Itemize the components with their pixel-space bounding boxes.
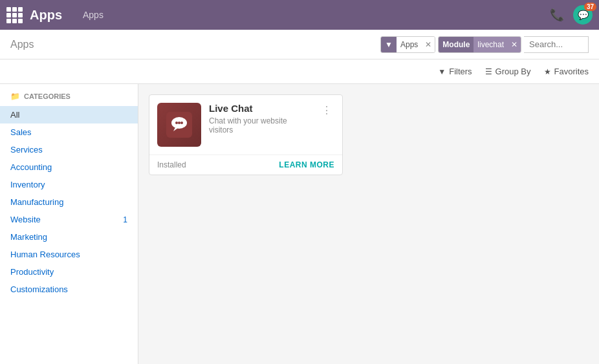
app-info: Live Chat Chat with your website visitor… (209, 103, 311, 134)
sidebar-item-accounting[interactable]: Accounting (0, 158, 138, 176)
apps-tag-close[interactable]: ✕ (422, 37, 435, 52)
module-label: Module (439, 37, 474, 52)
sidebar-item-label: Services (10, 145, 43, 155)
breadcrumb: Apps (10, 39, 34, 50)
learn-more-button[interactable]: LEARN MORE (279, 160, 334, 169)
apps-tag-label: Apps (397, 37, 422, 52)
app-card-header: Live Chat Chat with your website visitor… (149, 95, 342, 155)
navbar-title: Apps (30, 8, 62, 23)
app-icon (157, 103, 201, 147)
filter-funnel-icon: ▼ (381, 37, 397, 52)
sidebar-item-label: Productivity (10, 267, 54, 277)
favorites-label: Favorites (554, 67, 589, 76)
search-input[interactable] (524, 36, 589, 53)
module-value: livechat (474, 37, 508, 52)
grid-icon[interactable] (6, 7, 22, 23)
main-layout: 📁 CATEGORIES AllSalesServicesAccountingI… (0, 84, 599, 364)
phone-icon[interactable]: 📞 (550, 8, 564, 22)
sidebar-item-label: Customizations (10, 284, 68, 294)
svg-point-4 (178, 122, 180, 124)
filters-label: Filters (449, 67, 472, 76)
groupby-label: Group By (496, 67, 531, 76)
star-icon: ★ (544, 67, 551, 76)
filters-button[interactable]: ▼ Filters (438, 67, 472, 76)
app-description: Chat with your website visitors (209, 116, 311, 134)
categories-text: CATEGORIES (24, 92, 71, 100)
sidebar-item-label: Human Resources (10, 250, 80, 259)
sidebar-item-human-resources[interactable]: Human Resources (0, 246, 138, 263)
groupby-icon: ☰ (485, 67, 492, 76)
navbar-apps-link[interactable]: Apps (83, 10, 103, 20)
favorites-button[interactable]: ★ Favorites (544, 67, 589, 76)
content-area: Live Chat Chat with your website visitor… (138, 84, 599, 364)
sidebar-item-inventory[interactable]: Inventory (0, 176, 138, 193)
sidebar-item-all[interactable]: All (0, 106, 138, 123)
sidebar-item-marketing[interactable]: Marketing (0, 228, 138, 246)
sidebar-item-label: Marketing (10, 232, 47, 242)
sidebar-item-label: Inventory (10, 180, 45, 189)
breadcrumb-bar: Apps ▼ Apps ✕ Module livechat ✕ (0, 30, 599, 59)
categories-label: 📁 CATEGORIES (0, 92, 138, 106)
sidebar-items-container: AllSalesServicesAccountingInventoryManuf… (0, 106, 138, 298)
filter-area: ▼ Apps ✕ Module livechat ✕ (380, 36, 589, 53)
navbar: Apps Apps 📞 💬 37 (0, 0, 599, 30)
apps-filter-tag: ▼ Apps ✕ (380, 36, 435, 53)
folder-icon: 📁 (10, 92, 20, 101)
app-status: Installed (157, 160, 186, 169)
sidebar-item-label: Sales (10, 127, 32, 137)
sidebar-item-label: Manufacturing (10, 197, 63, 207)
discuss-icon: 💬 (578, 10, 589, 20)
navbar-right: 📞 💬 37 (550, 5, 593, 25)
sidebar-item-badge: 1 (123, 215, 127, 224)
app-card-menu-icon[interactable]: ⋮ (319, 103, 334, 118)
sidebar-item-label: Accounting (10, 162, 52, 172)
sidebar-item-productivity[interactable]: Productivity (0, 263, 138, 281)
sidebar-item-customizations[interactable]: Customizations (0, 281, 138, 298)
svg-point-3 (175, 122, 178, 124)
discuss-badge: 37 (584, 3, 596, 11)
app-name: Live Chat (209, 103, 311, 114)
sidebar-item-services[interactable]: Services (0, 141, 138, 158)
groupby-button[interactable]: ☰ Group By (485, 67, 531, 76)
app-card-footer: Installed LEARN MORE (149, 155, 342, 175)
module-filter-tag: Module livechat ✕ (438, 36, 521, 53)
sidebar-item-sales[interactable]: Sales (0, 123, 138, 141)
module-tag-close[interactable]: ✕ (508, 37, 521, 52)
sidebar-item-label: All (10, 110, 19, 120)
sidebar: 📁 CATEGORIES AllSalesServicesAccountingI… (0, 84, 138, 364)
filters-icon: ▼ (438, 67, 446, 76)
discuss-button[interactable]: 💬 37 (573, 5, 593, 25)
sidebar-item-website[interactable]: Website1 (0, 211, 138, 228)
app-card-livechat: Live Chat Chat with your website visitor… (149, 94, 343, 175)
svg-point-5 (180, 122, 183, 124)
sidebar-item-label: Website (10, 215, 41, 224)
toolbar-bar: ▼ Filters ☰ Group By ★ Favorites (0, 59, 599, 84)
sidebar-item-manufacturing[interactable]: Manufacturing (0, 193, 138, 211)
